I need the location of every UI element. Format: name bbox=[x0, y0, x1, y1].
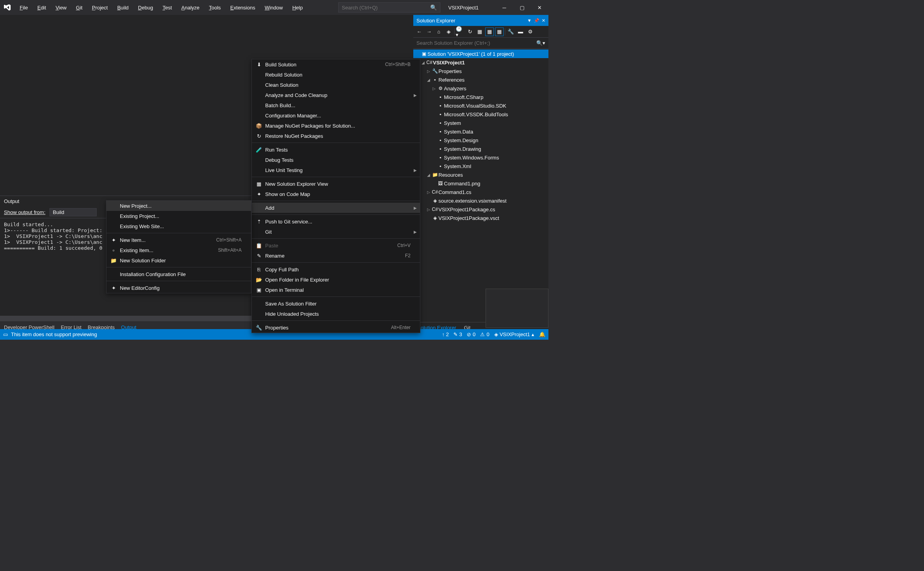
menu-project[interactable]: Project bbox=[87, 2, 112, 14]
tree-item[interactable]: ▣Solution 'VSIXProject1' (1 of 1 project… bbox=[413, 49, 548, 58]
menu-item[interactable]: Existing Web Site... bbox=[106, 221, 251, 231]
forward-icon[interactable]: → bbox=[425, 27, 433, 36]
menu-item[interactable]: ✦Show on Code Map bbox=[252, 189, 420, 199]
minimize-button[interactable]: ─ bbox=[495, 0, 513, 15]
menu-item[interactable]: Hide Unloaded Projects bbox=[252, 309, 420, 319]
tree-item[interactable]: ◈VSIXProject1Package.vsct bbox=[413, 214, 548, 222]
menu-item[interactable]: ✎RenameF2 bbox=[252, 251, 420, 261]
tree-item[interactable]: ▪System.Design bbox=[413, 136, 548, 145]
search-box[interactable]: 🔍 bbox=[338, 2, 440, 13]
menu-item[interactable]: 🧪Run Tests bbox=[252, 145, 420, 155]
menu-item[interactable]: ▣Open in Terminal bbox=[252, 285, 420, 295]
tree-item[interactable]: ▷🔧Properties bbox=[413, 67, 548, 75]
expand-icon[interactable]: ◢ bbox=[426, 173, 431, 177]
solution-explorer-search[interactable]: 🔍▾ bbox=[413, 38, 548, 49]
expand-icon[interactable]: ▷ bbox=[426, 190, 431, 194]
menu-item[interactable]: ⎘Copy Full Path bbox=[252, 264, 420, 275]
preview-icon[interactable]: ▦ bbox=[495, 27, 504, 36]
pin-icon[interactable]: 📌 bbox=[534, 18, 539, 23]
menu-build[interactable]: Build bbox=[112, 2, 133, 14]
expand-icon[interactable]: ▷ bbox=[426, 207, 431, 212]
tree-item[interactable]: ◢C#VSIXProject1 bbox=[413, 58, 548, 67]
menu-item[interactable]: Clean Solution bbox=[252, 80, 420, 90]
tree-item[interactable]: 🖼Command1.png bbox=[413, 179, 548, 188]
menu-item[interactable]: 📋PasteCtrl+V bbox=[252, 240, 420, 251]
filter-icon[interactable]: ⚙ bbox=[526, 27, 535, 36]
status-notifications-icon[interactable]: 🔔 bbox=[539, 331, 545, 337]
show-all-icon[interactable]: ▦ bbox=[485, 27, 494, 36]
menu-item[interactable]: ↻Restore NuGet Packages bbox=[252, 131, 420, 141]
dropdown-icon[interactable]: ▼ bbox=[527, 18, 532, 23]
menu-edit[interactable]: Edit bbox=[33, 2, 51, 14]
menu-extensions[interactable]: Extensions bbox=[226, 2, 260, 14]
search-input[interactable] bbox=[342, 5, 430, 11]
properties-icon[interactable]: 🔧 bbox=[506, 27, 515, 36]
menu-item[interactable]: Add▶ bbox=[252, 203, 420, 213]
tree-item[interactable]: ▪Microsoft.VSSDK.BuildTools bbox=[413, 110, 548, 119]
menu-tools[interactable]: Tools bbox=[204, 2, 226, 14]
expand-icon[interactable]: ◢ bbox=[420, 60, 426, 65]
menu-item[interactable]: 📦Manage NuGet Packages for Solution... bbox=[252, 121, 420, 131]
menu-item[interactable]: Batch Build... bbox=[252, 100, 420, 110]
tree-item[interactable]: ▪System bbox=[413, 119, 548, 127]
tree-item[interactable]: ▪Microsoft.VisualStudio.SDK bbox=[413, 101, 548, 110]
view-icon[interactable]: ▬ bbox=[516, 27, 525, 36]
menu-item[interactable]: 📁New Solution Folder bbox=[106, 255, 251, 265]
menu-git[interactable]: Git bbox=[71, 2, 87, 14]
close-panel-icon[interactable]: ✕ bbox=[542, 18, 545, 23]
menu-item[interactable]: Installation Configuration File bbox=[106, 269, 251, 279]
menu-item[interactable]: New Project... bbox=[106, 201, 251, 211]
output-source-dropdown[interactable]: Build bbox=[50, 208, 97, 216]
menu-item[interactable]: 🔧PropertiesAlt+Enter bbox=[252, 322, 420, 333]
menu-item[interactable]: Configuration Manager... bbox=[252, 110, 420, 121]
menu-item[interactable]: Debug Tests bbox=[252, 155, 420, 165]
status-pending[interactable]: ✎ 3 bbox=[453, 331, 462, 337]
menu-item[interactable]: ⇡Push to Git service... bbox=[252, 216, 420, 227]
menu-item[interactable]: ✦New Item...Ctrl+Shift+A bbox=[106, 235, 251, 245]
tree-item[interactable]: ▪System.Drawing bbox=[413, 145, 548, 153]
sync-icon[interactable]: ◈ bbox=[444, 27, 453, 36]
status-warnings[interactable]: ⚠ 0 bbox=[480, 331, 489, 337]
menu-item[interactable]: Git▶ bbox=[252, 227, 420, 237]
status-project[interactable]: ◈ VSIXProject1 ▴ bbox=[494, 331, 534, 337]
tree-item[interactable]: ▪System.Data bbox=[413, 127, 548, 136]
expand-icon[interactable]: ▷ bbox=[426, 69, 431, 73]
menu-debug[interactable]: Debug bbox=[133, 2, 158, 14]
menu-item[interactable]: Save As Solution Filter bbox=[252, 298, 420, 309]
menu-analyze[interactable]: Analyze bbox=[177, 2, 204, 14]
collapse-icon[interactable]: ▦ bbox=[475, 27, 484, 36]
tree-item[interactable]: ◈source.extension.vsixmanifest bbox=[413, 196, 548, 205]
solution-explorer-search-input[interactable] bbox=[416, 40, 536, 46]
close-button[interactable]: ✕ bbox=[531, 0, 548, 15]
maximize-button[interactable]: ▢ bbox=[513, 0, 531, 15]
menu-item[interactable]: Existing Project... bbox=[106, 211, 251, 221]
menu-view[interactable]: View bbox=[51, 2, 71, 14]
menu-item[interactable]: ⬇Build SolutionCtrl+Shift+B bbox=[252, 59, 420, 70]
home-icon[interactable]: ⌂ bbox=[434, 27, 443, 36]
tree-item[interactable]: ◢▪References bbox=[413, 75, 548, 84]
menu-file[interactable]: File bbox=[15, 2, 33, 14]
menu-item[interactable]: Analyze and Code Cleanup▶ bbox=[252, 90, 420, 100]
tree-item[interactable]: ▷C#VSIXProject1Package.cs bbox=[413, 205, 548, 214]
menu-item[interactable]: Rebuild Solution bbox=[252, 70, 420, 80]
tree-item[interactable]: ▪System.Xml bbox=[413, 162, 548, 170]
status-changes[interactable]: ↑ 2 bbox=[442, 331, 449, 337]
tree-item[interactable]: ▷C#Command1.cs bbox=[413, 188, 548, 196]
status-errors[interactable]: ⊘ 0 bbox=[467, 331, 475, 337]
menu-help[interactable]: Help bbox=[288, 2, 308, 14]
refresh-icon[interactable]: ↻ bbox=[466, 27, 474, 36]
menu-item[interactable]: ▫Existing Item...Shift+Alt+A bbox=[106, 245, 251, 255]
menu-item[interactable]: ✦New EditorConfig bbox=[106, 283, 251, 293]
menu-window[interactable]: Window bbox=[260, 2, 288, 14]
expand-icon[interactable]: ◢ bbox=[426, 78, 431, 82]
expand-icon[interactable]: ▷ bbox=[431, 86, 437, 91]
back-icon[interactable]: ← bbox=[415, 27, 424, 36]
tree-item[interactable]: ◢📁Resources bbox=[413, 170, 548, 179]
menu-item[interactable]: Live Unit Testing▶ bbox=[252, 165, 420, 175]
menu-item[interactable]: 📂Open Folder in File Explorer bbox=[252, 275, 420, 285]
clock-icon[interactable]: 🕐▾ bbox=[456, 27, 464, 36]
tree-item[interactable]: ▷⚙Analyzers bbox=[413, 84, 548, 93]
tree-item[interactable]: ▪Microsoft.CSharp bbox=[413, 93, 548, 101]
tree-item[interactable]: ▪System.Windows.Forms bbox=[413, 153, 548, 162]
menu-test[interactable]: Test bbox=[158, 2, 177, 14]
